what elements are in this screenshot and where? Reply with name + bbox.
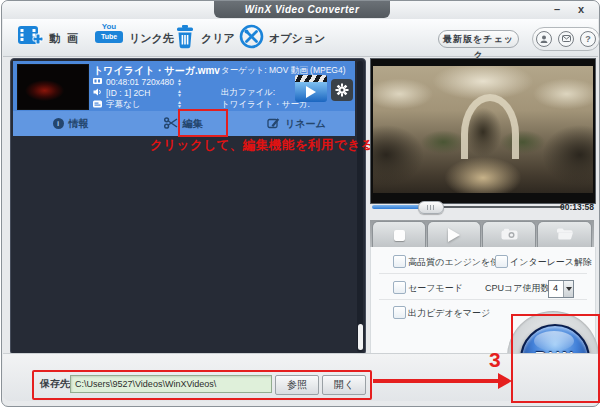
video-preview	[370, 58, 596, 204]
video-frame	[373, 66, 593, 193]
file-list-panel: トワイライト・サーガ.wmv 00:48:01 720x480 ▲▼ [ID :…	[10, 58, 366, 355]
options-gear-icon[interactable]	[239, 24, 264, 53]
tab-rename[interactable]: リネーム	[238, 111, 355, 136]
check-update-button[interactable]: 最新版をチェック	[438, 30, 519, 48]
player-controls	[370, 220, 594, 247]
file-name: トワイライト・サーガ.wmv	[93, 64, 220, 78]
file-subtitle-row: 字幕なし	[93, 99, 140, 111]
file-list-item[interactable]: トワイライト・サーガ.wmv 00:48:01 720x480 ▲▼ [ID :…	[13, 61, 355, 111]
tab-info[interactable]: i 情報	[13, 111, 128, 136]
mail-icon[interactable]	[558, 31, 574, 47]
play-icon	[448, 228, 460, 242]
chevron-down-icon	[563, 281, 573, 297]
title-bar: WinX Video Converter – x	[2, 1, 599, 19]
toolbar-item-video[interactable]: 動 画	[49, 31, 80, 46]
label-merge-output: 出力ビデオをマージ	[408, 307, 490, 320]
edit-tab-highlight-box	[178, 109, 228, 137]
format-settings-gear-icon[interactable]	[331, 79, 353, 101]
step-arrow-shaft	[373, 379, 500, 383]
step-arrow-head	[498, 373, 512, 389]
subtitle-track-spinner[interactable]: ▲▼	[177, 100, 182, 108]
play-button[interactable]	[427, 221, 481, 248]
stop-button[interactable]	[372, 221, 426, 248]
toolbar-item-clear[interactable]: クリア	[201, 31, 235, 46]
folder-icon	[556, 226, 574, 244]
label-safe-mode: セーフモード	[408, 282, 463, 295]
open-folder-button[interactable]	[537, 221, 592, 248]
list-scrollbar-thumb[interactable]	[358, 324, 363, 350]
run-highlight-box	[511, 314, 600, 403]
edit-hint-annotation: クリックして、編集機能を利用できる	[150, 137, 374, 154]
rename-pencil-icon	[267, 117, 280, 131]
subtitle-icon	[93, 100, 102, 110]
label-high-quality: 高品質のエンジンを使用	[408, 256, 508, 269]
checkbox-deinterlace[interactable]	[495, 255, 508, 268]
checkbox-safe-mode[interactable]	[393, 281, 406, 294]
output-file-label: 出力ファイル:	[221, 87, 275, 99]
playback-time: 00:13:58	[560, 202, 594, 212]
toolbar: 動 画 You Tube リンク先 クリア オプション	[3, 19, 598, 57]
scissors-icon	[164, 117, 178, 131]
info-icon: i	[53, 118, 64, 129]
film-icon	[93, 77, 102, 87]
stop-icon	[394, 230, 405, 241]
user-icon[interactable]	[536, 31, 552, 47]
app-window: WinX Video Converter – x 動 画 You Tube リン…	[1, 0, 600, 407]
video-track-spinner[interactable]: ▲▼	[177, 78, 182, 86]
step-number: 3	[489, 348, 501, 372]
add-video-icon[interactable]	[17, 24, 45, 54]
file-duration-row: 00:48:01 720x480	[93, 77, 174, 87]
video-thumbnail	[17, 64, 89, 110]
cpu-cores-value: 4	[553, 283, 558, 293]
audio-track-spinner[interactable]: ▲▼	[177, 89, 182, 97]
close-button[interactable]: x	[573, 2, 589, 16]
playback-progress-row: 00:13:58	[370, 200, 594, 214]
speaker-icon	[93, 88, 102, 98]
snapshot-button[interactable]	[482, 221, 536, 248]
checkbox-merge-output[interactable]	[393, 306, 406, 319]
help-icon[interactable]: ?	[580, 31, 596, 47]
app-screenshot: WinX Video Converter – x 動 画 You Tube リン…	[0, 0, 600, 407]
label-cpu-cores: CPUコア使用数:	[485, 282, 552, 295]
progress-handle[interactable]	[418, 201, 444, 214]
list-scrollbar-track[interactable]	[357, 61, 363, 352]
file-audio-row: [ID : 1] 2CH	[93, 88, 150, 98]
toolbar-item-url[interactable]: リンク先	[129, 31, 174, 46]
progress-track[interactable]	[440, 206, 564, 208]
format-clapper-icon[interactable]	[295, 75, 327, 102]
cpu-cores-dropdown[interactable]: 4	[548, 280, 574, 298]
wedding-arch	[461, 94, 519, 159]
youtube-icon[interactable]: You Tube	[95, 23, 123, 43]
account-button-group: ?	[532, 27, 600, 51]
checkbox-high-quality[interactable]	[393, 255, 406, 268]
toolbar-item-options[interactable]: オプション	[269, 31, 325, 46]
save-row-highlight-box	[32, 370, 372, 400]
camera-icon	[501, 226, 518, 244]
label-deinterlace: インターレース解除	[510, 256, 592, 269]
minimize-button[interactable]: –	[549, 2, 565, 16]
window-title: WinX Video Converter	[214, 1, 390, 18]
clear-trash-icon[interactable]	[175, 24, 195, 53]
